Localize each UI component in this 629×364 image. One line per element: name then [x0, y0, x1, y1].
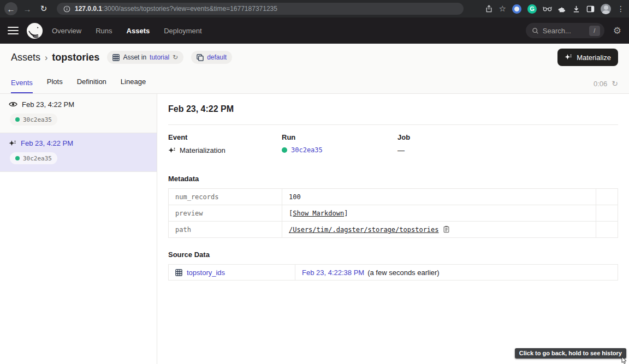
code-location-badge[interactable]: default — [191, 51, 232, 64]
event-summary-fields: Event Materialization Run 30c2ea35 Job — — [168, 133, 618, 154]
table-row: path /Users/tim/.dagster/storage/topstor… — [169, 222, 618, 238]
back-history-tooltip: Click to go back, hold to see history — [515, 348, 626, 359]
badge-refresh-icon[interactable]: ↻ — [173, 53, 178, 61]
badge-prefix-label: Asset in — [123, 53, 146, 61]
event-detail-panel: Feb 23, 4:22 PM Event Materialization Ru… — [157, 94, 629, 364]
source-data-table: topstory_ids Feb 23, 4:22:38 PM(a few se… — [168, 264, 618, 281]
metadata-key: path — [169, 222, 282, 238]
table-grid-icon — [175, 269, 182, 276]
url-host: 127.0.0.1 — [75, 5, 102, 13]
breadcrumb-separator: › — [45, 53, 48, 62]
materialize-button-label: Materialize — [577, 53, 611, 62]
breadcrumb-assets-link[interactable]: Assets — [11, 52, 40, 63]
breadcrumb: Assets›topstories — [11, 52, 99, 63]
browser-reload-button[interactable]: ↻ — [37, 2, 50, 15]
browser-forward-button[interactable]: → — [21, 2, 34, 15]
event-list-item-materialization[interactable]: Feb 23, 4:22 PM 30c2ea35 — [0, 133, 157, 172]
event-detail-title: Feb 23, 4:22 PM — [168, 104, 618, 114]
default-location-link[interactable]: default — [207, 53, 227, 61]
run-status-dot — [15, 117, 20, 122]
copy-path-icon[interactable] — [443, 225, 450, 233]
browser-back-button[interactable]: ← — [4, 2, 17, 15]
run-id-link[interactable]: 30c2ea35 — [291, 146, 323, 154]
browser-toolbar-icons: ☆ G ⋮ — [485, 4, 625, 14]
tab-plots[interactable]: Plots — [47, 77, 63, 93]
browser-chrome: ← → ↻ 127.0.0.1:3000/assets/topstories?v… — [0, 0, 629, 17]
search-icon — [532, 27, 539, 34]
event-timestamp: Feb 23, 4:22 PM — [21, 139, 73, 147]
table-row: topstory_ids Feb 23, 4:22:38 PM(a few se… — [169, 265, 618, 281]
metadata-table: num_records 100 preview [Show Markdown] … — [168, 188, 618, 238]
metadata-extra-cell — [596, 189, 618, 205]
divider — [168, 124, 618, 125]
source-asset-cell: topstory_ids — [169, 265, 295, 281]
job-value: — — [397, 146, 405, 154]
side-panel-icon[interactable] — [586, 5, 595, 13]
nav-item-overview[interactable]: Overview — [52, 27, 81, 35]
search-input[interactable] — [543, 27, 585, 35]
tutorial-group-link[interactable]: tutorial — [150, 53, 169, 61]
mouse-cursor — [621, 357, 628, 364]
materialize-button[interactable]: Materialize — [557, 49, 618, 66]
global-search[interactable]: / — [526, 23, 604, 38]
extensions-puzzle-icon[interactable] — [558, 5, 566, 13]
metadata-value: 100 — [282, 189, 596, 205]
table-row: num_records 100 — [169, 189, 618, 205]
source-data-heading: Source Data — [168, 250, 618, 259]
grammarly-extension-icon[interactable]: G — [527, 4, 537, 14]
nav-item-assets[interactable]: Assets — [127, 27, 150, 35]
asset-tabs: Events Plots Definition Lineage 0:06 ↻ — [0, 71, 629, 94]
settings-gear-icon[interactable]: ⚙ — [613, 26, 621, 35]
metadata-extra-cell — [596, 222, 618, 238]
metadata-key: preview — [169, 205, 282, 222]
goggles-extension-icon[interactable] — [543, 5, 552, 12]
table-grid-icon — [112, 54, 120, 61]
eye-icon — [9, 100, 17, 109]
run-id-pill[interactable]: 30c2ea35 — [10, 114, 57, 126]
source-asset-link[interactable]: topstory_ids — [187, 268, 225, 277]
table-row: preview [Show Markdown] — [169, 205, 618, 222]
dagster-logo-icon[interactable] — [26, 22, 43, 39]
path-link[interactable]: /Users/tim/.dagster/storage/topstories — [289, 226, 439, 234]
page-title: topstories — [52, 52, 99, 63]
search-shortcut-badge: / — [589, 26, 600, 36]
tab-definition[interactable]: Definition — [77, 77, 106, 93]
hamburger-menu-icon[interactable] — [8, 27, 19, 35]
share-icon[interactable] — [485, 5, 493, 13]
asset-page-header: Assets›topstories Asset in tutorial ↻ de… — [0, 44, 629, 71]
run-id-pill[interactable]: 30c2ea35 — [10, 152, 57, 164]
source-time-cell: Feb 23, 4:22:38 PM(a few seconds earlier… — [295, 265, 618, 281]
download-icon[interactable] — [572, 5, 580, 13]
show-markdown-link[interactable]: Show Markdown — [293, 210, 344, 217]
run-status-dot — [15, 156, 20, 160]
event-timestamp: Feb 23, 4:22 PM — [22, 100, 74, 109]
tab-lineage[interactable]: Lineage — [121, 77, 146, 93]
url-path: :3000/assets/topstories?view=events&time… — [102, 5, 277, 13]
tab-events[interactable]: Events — [11, 79, 33, 93]
metadata-key: num_records — [169, 189, 282, 205]
run-status-dot — [282, 147, 287, 153]
browser-profile-avatar[interactable] — [601, 4, 611, 14]
source-time-note: (a few seconds earlier) — [367, 268, 440, 277]
browser-address-bar[interactable]: 127.0.0.1:3000/assets/topstories?view=ev… — [57, 3, 464, 15]
site-info-icon[interactable] — [63, 5, 70, 13]
nav-item-deployment[interactable]: Deployment — [164, 27, 201, 35]
app-navbar: Overview Runs Assets Deployment / ⚙ — [0, 17, 629, 44]
asset-group-badge[interactable]: Asset in tutorial ↻ — [107, 51, 183, 64]
metadata-value: /Users/tim/.dagster/storage/topstories — [282, 222, 596, 238]
refresh-icon[interactable]: ↻ — [612, 79, 618, 88]
event-list-item-observation[interactable]: Feb 23, 4:22 PM 30c2ea35 — [0, 94, 157, 133]
password-extension-icon[interactable] — [512, 4, 521, 14]
copy-stack-icon — [197, 54, 204, 61]
materialization-sparkle-icon — [9, 140, 16, 147]
nav-item-runs[interactable]: Runs — [96, 27, 112, 35]
browser-menu-icon[interactable]: ⋮ — [617, 4, 625, 13]
bookmark-star-icon[interactable]: ☆ — [499, 4, 506, 14]
source-time-link[interactable]: Feb 23, 4:22:38 PM — [302, 268, 364, 277]
metadata-value: [Show Markdown] — [282, 205, 596, 222]
refresh-timer: 0:06 ↻ — [594, 79, 618, 93]
sparkle-icon — [565, 53, 572, 61]
timer-value: 0:06 — [594, 80, 607, 88]
primary-nav: Overview Runs Assets Deployment — [52, 27, 202, 35]
event-field-label: Event — [168, 133, 282, 141]
